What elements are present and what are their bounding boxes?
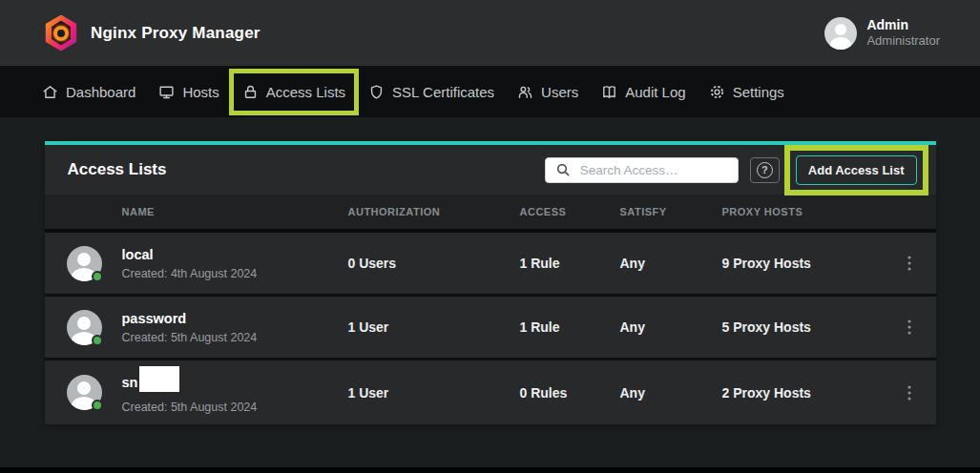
access-list-name: local (122, 247, 348, 263)
authorization-value: 1 User (348, 385, 520, 401)
redaction-box (139, 366, 179, 392)
nav-item-settings[interactable]: Settings (709, 84, 784, 100)
gear-icon (709, 84, 725, 100)
access-list-name: password (122, 311, 348, 327)
authorization-value: 1 User (348, 319, 520, 335)
annotation-box-add-access-list: Add Access List (784, 145, 928, 195)
column-header-proxy-hosts: Proxy Hosts (722, 206, 883, 217)
proxy-hosts-value: 9 Proxy Hosts (722, 256, 883, 271)
nav-item-access-lists[interactable]: Access Lists (234, 73, 354, 111)
shield-icon (368, 84, 385, 100)
nav-item-hosts[interactable]: Hosts (158, 84, 219, 100)
main-nav: Dashboard Hosts Access Lists SSL Certifi… (0, 66, 980, 117)
book-icon (601, 84, 617, 100)
lock-icon (242, 84, 259, 100)
page-content: Access Lists ? Add Access List Name (0, 117, 980, 424)
nav-item-dashboard[interactable]: Dashboard (42, 84, 136, 100)
row-menu-kebab-icon[interactable] (883, 384, 936, 401)
search-input[interactable] (545, 157, 739, 183)
logo-ring (53, 26, 69, 41)
table-row: password Created: 5th August 2024 1 User… (45, 297, 936, 360)
home-icon (42, 84, 58, 100)
nav-item-users[interactable]: Users (517, 84, 578, 100)
panel-header: Access Lists ? Add Access List (45, 145, 936, 195)
column-header-satisfy: Satisfy (620, 206, 722, 217)
question-mark-icon: ? (757, 162, 773, 178)
nav-item-ssl-certificates[interactable]: SSL Certificates (368, 84, 494, 100)
nav-item-audit-log[interactable]: Audit Log (601, 84, 685, 100)
search-box (545, 157, 739, 183)
proxy-hosts-value: 2 Proxy Hosts (722, 385, 883, 401)
satisfy-value: Any (620, 385, 722, 401)
created-date: Created: 4th August 2024 (122, 267, 348, 280)
user-role: Administrator (866, 33, 940, 49)
bottom-black-bar (0, 467, 980, 473)
status-online-dot (92, 271, 103, 282)
avatar (67, 310, 102, 345)
top-header-bar: Nginx Proxy Manager Admin Administrator (0, 0, 980, 66)
avatar (67, 375, 102, 410)
users-icon (517, 84, 533, 100)
table-row: local Created: 4th August 2024 0 Users 1… (45, 233, 936, 297)
access-value: 1 Rule (520, 256, 620, 271)
user-menu[interactable]: Admin Administrator (824, 17, 940, 50)
panel-title: Access Lists (68, 160, 167, 179)
user-avatar (824, 17, 857, 50)
table-row: sn Created: 5th August 2024 1 User 0 Rul… (45, 360, 936, 424)
search-icon (555, 162, 571, 181)
satisfy-value: Any (620, 256, 722, 271)
column-header-name: Name (122, 206, 348, 217)
created-date: Created: 5th August 2024 (122, 401, 348, 414)
access-list-name: sn (122, 371, 348, 397)
status-online-dot (92, 400, 103, 411)
table-header-row: Name Authorization Access Satisfy Proxy … (45, 195, 936, 233)
monitor-icon (158, 84, 175, 100)
column-header-authorization: Authorization (348, 206, 520, 217)
status-online-dot (92, 335, 103, 346)
access-lists-panel: Access Lists ? Add Access List Name (45, 141, 936, 424)
access-value: 1 Rule (520, 319, 620, 335)
access-value: 0 Rules (520, 385, 620, 401)
created-date: Created: 5th August 2024 (122, 331, 348, 344)
row-menu-kebab-icon[interactable] (883, 319, 936, 336)
add-access-list-button[interactable]: Add Access List (796, 155, 917, 185)
column-header-access: Access (520, 206, 620, 217)
user-name: Admin (866, 17, 940, 33)
nginx-proxy-manager-logo[interactable] (44, 15, 78, 51)
authorization-value: 0 Users (348, 256, 520, 271)
row-menu-kebab-icon[interactable] (883, 255, 936, 272)
app-title: Nginx Proxy Manager (91, 24, 261, 43)
satisfy-value: Any (620, 319, 722, 335)
help-button[interactable]: ? (750, 157, 780, 183)
avatar (67, 246, 102, 281)
proxy-hosts-value: 5 Proxy Hosts (722, 319, 883, 335)
